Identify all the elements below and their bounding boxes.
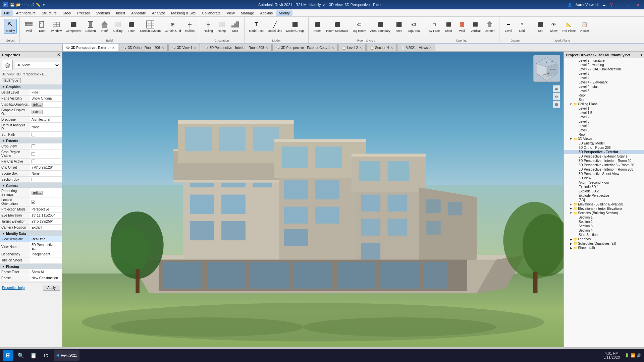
close-btn[interactable]: ✕ bbox=[635, 2, 641, 7]
tree-sheets[interactable]: ▶ 📁 Sheets (all) bbox=[564, 246, 644, 250]
far-clip-active-checkbox[interactable] bbox=[32, 160, 35, 163]
project-browser-collapse[interactable]: ◂ bbox=[640, 53, 642, 57]
component-btn[interactable]: ⬛ Component bbox=[64, 19, 83, 34]
parts-visibility-value[interactable]: Show Original bbox=[30, 96, 62, 101]
tree-3d-perspective-exterior-copy1[interactable]: 3D Perspective - Exterior Copy 1 bbox=[564, 154, 644, 159]
shaft-btn[interactable]: ⬛ Shaft bbox=[442, 19, 455, 34]
tree-level3[interactable]: Level 3 bbox=[564, 71, 644, 76]
section-box-value[interactable] bbox=[30, 177, 62, 182]
tree-roof[interactable]: Roof bbox=[564, 93, 644, 98]
tab-3d-perspective-interior-room208[interactable]: 🎲 3D Perspective - Interior - Room 208 ✕ bbox=[201, 44, 272, 51]
tab-3d-perspective-exterior-copy1[interactable]: 🎲 3D Perspective - Exterior Copy 1 ✕ bbox=[272, 44, 338, 51]
tree-3d-perspective-interior-room20a[interactable]: 3D Perspective - Interior - Room 20 bbox=[564, 159, 644, 163]
menu-systems[interactable]: Systems bbox=[93, 10, 112, 16]
revit-taskbar-btn[interactable]: R Revit 2021 bbox=[54, 350, 79, 361]
tree-3d-perspective-interior3[interactable]: 3D Perspective - Interior 3 - Room 20 bbox=[564, 163, 644, 167]
tree-elevations-interior[interactable]: ▼ 📁 Elevations (Interior Elevation) bbox=[564, 206, 644, 211]
tree-explode3d1[interactable]: Explode 3D 1 bbox=[564, 185, 644, 189]
tree-level4[interactable]: Level 4 bbox=[564, 76, 644, 80]
tab-close-btn[interactable]: ✕ bbox=[112, 46, 115, 50]
tag-room-btn[interactable]: 🏷 Tag Room bbox=[351, 19, 368, 34]
tab-3d-ortho-room206[interactable]: 🎲 3D Ortho - Room 206 ✕ bbox=[119, 44, 168, 51]
sun-path-checkbox[interactable] bbox=[32, 133, 35, 136]
room-separator-btn[interactable]: ⬛ Room Separator bbox=[325, 19, 350, 34]
far-clip-active-value[interactable] bbox=[30, 159, 62, 164]
tab-close-btn[interactable]: ✕ bbox=[265, 46, 268, 50]
tree-cp-level5[interactable]: Level 5 bbox=[564, 128, 644, 132]
curtain-system-btn[interactable]: Curtain System bbox=[139, 19, 163, 34]
ceiling-btn[interactable]: ⬜ Ceiling bbox=[112, 19, 124, 34]
floor-btn[interactable]: ⬛ Floor bbox=[125, 19, 138, 34]
vertical-btn[interactable]: ⬛ Vertical bbox=[469, 19, 482, 34]
visibility-graphics-edit-btn[interactable]: Edit... bbox=[32, 103, 43, 107]
tag-area-btn[interactable]: 🏷 Tag Area bbox=[406, 19, 422, 34]
phasing-section-header[interactable]: ▼ Phasing bbox=[0, 264, 62, 269]
tree-sections[interactable]: ▼ 📁 Sections (Building Section) bbox=[564, 211, 644, 215]
tree-schedules[interactable]: ▶ 📁 Schedules/Quantities (all) bbox=[564, 241, 644, 246]
tab-3d-view1[interactable]: 🎲 3D View 1 ✕ bbox=[168, 44, 200, 51]
tree-cp-level2[interactable]: Level 2 bbox=[564, 115, 644, 119]
show-btn[interactable]: 👁 Show bbox=[547, 19, 560, 34]
tab-close-btn[interactable]: ✕ bbox=[429, 46, 432, 50]
menu-collaborate[interactable]: Collaborate bbox=[199, 10, 223, 16]
menu-steel[interactable]: Steel bbox=[60, 10, 74, 16]
tab-close-btn[interactable]: ✕ bbox=[331, 46, 334, 50]
type-dropdown[interactable]: 3D View bbox=[14, 62, 60, 68]
title-on-sheet-value[interactable] bbox=[30, 257, 62, 263]
tab-close-btn[interactable]: ✕ bbox=[161, 46, 164, 50]
graphics-section-header[interactable]: ▼ Graphics bbox=[0, 84, 62, 89]
tree-site[interactable]: Site bbox=[564, 98, 644, 102]
search-btn[interactable]: 🔍 bbox=[15, 350, 26, 361]
help-btn[interactable]: ❓ bbox=[609, 3, 614, 7]
discipline-value[interactable]: Architectural bbox=[30, 117, 62, 122]
tree-explode3d2[interactable]: Explode 3D 2 bbox=[564, 189, 644, 193]
roof-btn[interactable]: Roof bbox=[98, 19, 111, 34]
tree-level2-working[interactable]: Level 2 - working bbox=[564, 63, 644, 67]
quick-access-print[interactable]: 🖨 bbox=[31, 3, 35, 7]
clip-offset-value[interactable]: 770' 0 99/128" bbox=[30, 165, 62, 170]
quick-access-redo[interactable]: ↪ bbox=[26, 3, 30, 7]
default-analysis-value[interactable]: None bbox=[30, 123, 62, 131]
view-template-value[interactable]: Realistic bbox=[30, 236, 62, 242]
tab-level2[interactable]: 📋 Level 2 ✕ bbox=[338, 44, 366, 51]
menu-architecture[interactable]: Architecture bbox=[13, 10, 39, 16]
grid-btn[interactable]: # Grid bbox=[516, 19, 528, 34]
railing-btn[interactable]: ╫ Railing bbox=[202, 19, 215, 34]
tree-cp-roof[interactable]: Roof bbox=[564, 132, 644, 137]
menu-structure[interactable]: Structure bbox=[39, 10, 59, 16]
tree-section2[interactable]: Section 2 bbox=[564, 220, 644, 224]
identity-section-header[interactable]: ▼ Identity Data bbox=[0, 231, 62, 236]
edit-type-btn[interactable]: Edit Type bbox=[2, 78, 21, 83]
room-btn[interactable]: ⬛ Room bbox=[311, 19, 324, 34]
tree-elevations-building[interactable]: ▼ 📁 Elevations (Building Elevation) bbox=[564, 202, 644, 206]
stair-btn[interactable]: Stair bbox=[229, 19, 241, 34]
locked-orientation-checkbox[interactable] bbox=[32, 200, 35, 204]
menu-view[interactable]: View bbox=[224, 10, 237, 16]
tree-3d-view1[interactable]: 3D View 1 bbox=[564, 176, 644, 180]
by-face-btn[interactable]: ◻ By Face bbox=[427, 19, 441, 34]
scope-box-value[interactable]: None bbox=[30, 171, 62, 176]
explorer-btn[interactable]: 🗂 bbox=[41, 350, 52, 361]
quick-access-more[interactable]: ▼ bbox=[42, 3, 46, 7]
tree-section4[interactable]: Section 4 bbox=[564, 228, 644, 233]
zoom-out-btn[interactable]: ⊖ bbox=[553, 93, 560, 100]
tree-stair-section[interactable]: Stair Section bbox=[564, 233, 644, 237]
tree-level4-elev[interactable]: Level 4 - Elev-mark bbox=[564, 80, 644, 84]
menu-insert[interactable]: Insert bbox=[113, 10, 128, 16]
rendering-settings-edit-btn[interactable]: Edit... bbox=[32, 191, 43, 195]
level-btn[interactable]: ━ Level bbox=[502, 19, 515, 34]
tree-cp-level3[interactable]: Level 3 bbox=[564, 119, 644, 124]
menu-addins[interactable]: Add-Ins bbox=[257, 10, 275, 16]
properties-help-link[interactable]: Properties help bbox=[2, 286, 24, 290]
wall-btn[interactable]: Wall bbox=[22, 19, 35, 34]
quick-access-measure[interactable]: 📏 bbox=[36, 3, 41, 7]
area-btn[interactable]: ⬛ Area bbox=[393, 19, 406, 34]
tree-3d-perspective-interior-room208[interactable]: 3D Perspective - Interior - Room 208 bbox=[564, 167, 644, 172]
area-boundary-btn[interactable]: ⬛ Area Boundary bbox=[369, 19, 392, 34]
quick-access-undo[interactable]: ↩ bbox=[22, 3, 25, 7]
viewport[interactable]: Boundary TOP RIGHT FRONT LEFT ⊕ ⊖ ⊡ bbox=[62, 52, 564, 347]
menu-massing[interactable]: Massing & Site bbox=[168, 10, 198, 16]
tree-level2-cad[interactable]: Level 2 - CAD Link-selection bbox=[564, 67, 644, 71]
zoom-in-btn[interactable]: ⊕ bbox=[553, 85, 560, 93]
column-btn[interactable]: Column bbox=[84, 19, 98, 34]
